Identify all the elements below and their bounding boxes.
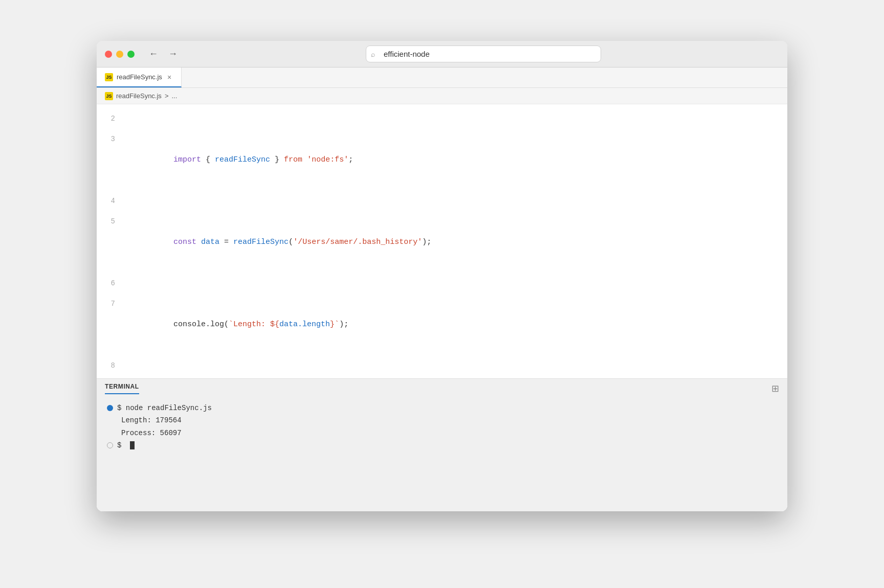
nav-buttons: ← →: [147, 47, 180, 61]
call-readfilesync: readFileSync: [233, 238, 289, 246]
breadcrumb-separator: >: [165, 92, 169, 100]
titlebar: ← → ⌕: [97, 41, 787, 67]
tpl-data-length: data.length: [279, 320, 330, 329]
search-icon: ⌕: [371, 50, 375, 58]
terminal-active-dot: [107, 405, 113, 411]
maximize-button[interactable]: [127, 51, 135, 58]
keyword-import: import: [173, 155, 201, 164]
line-number-8: 8: [97, 355, 127, 376]
forward-button[interactable]: →: [166, 47, 180, 61]
var-data: data: [201, 238, 219, 246]
terminal-prompt-line: $: [107, 440, 777, 451]
app-window: ← → ⌕ JS readFileSync.js × JS readFileSy…: [97, 41, 787, 511]
close-button[interactable]: [105, 51, 112, 58]
minimize-button[interactable]: [116, 51, 123, 58]
terminal-process-text: Process: 56097: [121, 427, 182, 439]
code-line-8: 8: [97, 355, 787, 376]
editor-area: 2 3 import { readFileSync } from 'node:f…: [97, 104, 787, 511]
string-nodefs: 'node:fs': [307, 155, 348, 164]
line-number-5: 5: [97, 211, 127, 232]
code-line-5: 5 const data = readFileSync('/Users/same…: [97, 211, 787, 273]
line-content-7: console.log(`Length: ${data.length}`);: [127, 294, 779, 355]
line-content-3: import { readFileSync } from 'node:fs';: [127, 129, 779, 191]
traffic-lights: [105, 51, 135, 58]
keyword-from: from: [284, 155, 302, 164]
tabbar: JS readFileSync.js ×: [97, 67, 787, 88]
terminal-panel: TERMINAL ⊞ $ node readFileSync.js Length…: [97, 378, 787, 511]
string-path: '/Users/samer/.bash_history': [293, 238, 422, 246]
template-literal-length-suffix: }`: [330, 320, 339, 329]
code-line-2: 2: [97, 108, 787, 129]
breadcrumb-js-icon: JS: [105, 92, 113, 100]
code-line-4: 4: [97, 191, 787, 211]
template-literal-length-prefix: `Length: ${: [229, 320, 279, 329]
tab-label: readFileSync.js: [117, 73, 162, 81]
terminal-cursor: [130, 441, 135, 449]
terminal-length-text: Length: 179564: [121, 415, 182, 426]
terminal-command-text: $ node readFileSync.js: [117, 402, 212, 414]
breadcrumb: JS readFileSync.js > ...: [97, 88, 787, 104]
line-number-2: 2: [97, 108, 127, 129]
js-file-icon: JS: [105, 73, 113, 81]
back-button[interactable]: ←: [147, 47, 160, 61]
terminal-output-length: Length: 179564: [107, 415, 777, 426]
terminal-command-line: $ node readFileSync.js: [107, 402, 777, 414]
line-number-7: 7: [97, 293, 127, 314]
line-content-5: const data = readFileSync('/Users/samer/…: [127, 212, 779, 273]
terminal-header: TERMINAL ⊞: [97, 379, 787, 394]
search-bar: ⌕: [366, 46, 601, 62]
code-editor[interactable]: 2 3 import { readFileSync } from 'node:f…: [97, 104, 787, 378]
identifier-readfilesync: readFileSync: [215, 155, 270, 164]
tab-readfilesync[interactable]: JS readFileSync.js ×: [97, 67, 182, 87]
breadcrumb-ellipsis: ...: [171, 92, 177, 100]
panel-split-button[interactable]: ⊞: [771, 383, 779, 394]
keyword-const: const: [173, 238, 196, 246]
line-number-4: 4: [97, 191, 127, 211]
line-number-6: 6: [97, 273, 127, 293]
terminal-output-process: Process: 56097: [107, 427, 777, 439]
code-line-6: 6: [97, 273, 787, 293]
terminal-prompt-text: $: [117, 440, 126, 451]
terminal-body[interactable]: $ node readFileSync.js Length: 179564 Pr…: [97, 394, 787, 511]
terminal-tab-label[interactable]: TERMINAL: [105, 383, 139, 394]
terminal-idle-dot: [107, 442, 113, 448]
breadcrumb-filename: readFileSync.js: [116, 92, 162, 100]
tab-close-button[interactable]: ×: [166, 73, 173, 81]
code-line-7: 7 console.log(`Length: ${data.length}`);: [97, 293, 787, 355]
code-line-3: 3 import { readFileSync } from 'node:fs'…: [97, 129, 787, 191]
search-input[interactable]: [366, 46, 601, 62]
line-number-3: 3: [97, 129, 127, 149]
